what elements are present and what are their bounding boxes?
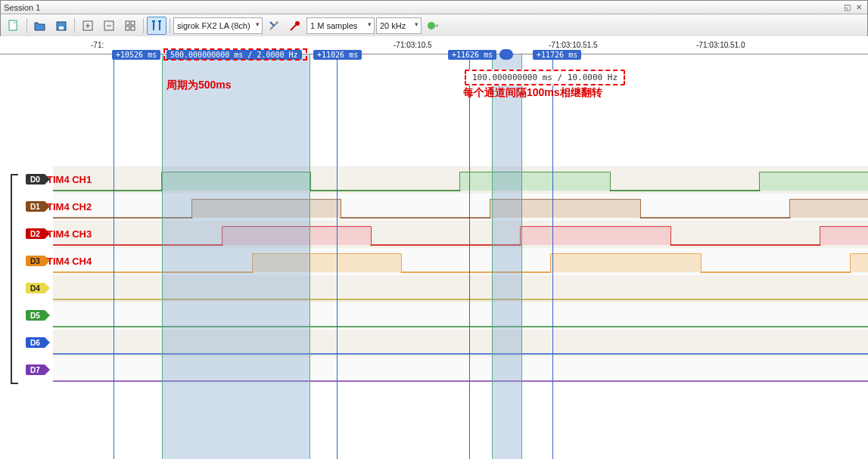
cursor-line[interactable]: [114, 54, 114, 459]
channel-tag-d5[interactable]: D5: [26, 310, 45, 321]
svg-point-10: [295, 21, 300, 26]
channel-overlay-name: TIM4 CH1: [47, 174, 92, 185]
channel-overlay-name: TIM4 CH2: [47, 201, 92, 212]
waveform-area[interactable]: D0 D1 D2 D3 D4 D5 D6 D7 TIM4 CH1 TIM4 CH…: [0, 54, 868, 459]
new-file-icon[interactable]: [4, 17, 23, 35]
run-icon[interactable]: [423, 17, 443, 35]
close-icon[interactable]: ✕: [854, 3, 864, 12]
channel-tag-d6[interactable]: D6: [26, 337, 45, 348]
svg-rect-6: [131, 21, 135, 25]
zoom-fit-icon[interactable]: [120, 17, 140, 35]
svg-rect-8: [131, 26, 135, 30]
channel-tag-d1[interactable]: D1: [26, 201, 45, 212]
selection-band-2[interactable]: [492, 54, 522, 459]
svg-rect-5: [126, 21, 129, 25]
channel-tag-d4[interactable]: D4: [26, 283, 45, 293]
delta-highlight-1: [163, 48, 307, 60]
channel-tag-d3[interactable]: D3: [26, 256, 45, 266]
ruler-label: -71:03:10.51.0: [696, 41, 745, 49]
svg-rect-2: [59, 26, 64, 29]
annotation-text-1: 周期为500ms: [166, 79, 232, 92]
open-file-icon[interactable]: [30, 17, 50, 35]
samples-select[interactable]: 1 M samples: [306, 17, 375, 34]
channel-tag-d7[interactable]: D7: [26, 364, 45, 375]
cursor-tag[interactable]: +11726 ms: [533, 50, 581, 60]
device-select[interactable]: sigrok FX2 LA (8ch): [173, 17, 263, 34]
save-file-icon[interactable]: [51, 17, 71, 35]
svg-rect-7: [126, 26, 129, 30]
cursor-line[interactable]: [337, 54, 338, 459]
cursors-icon[interactable]: [147, 17, 166, 35]
ruler-label: -71:03:10.51.5: [549, 41, 598, 49]
svg-point-9: [275, 21, 278, 24]
channel-overlay-name: TIM4 CH4: [47, 256, 92, 267]
annotation-text-2: 每个通道间隔100ms相继翻转: [463, 86, 602, 100]
rate-select[interactable]: 20 kHz: [376, 17, 422, 34]
selection-band-1[interactable]: [162, 54, 310, 459]
svg-point-11: [428, 22, 435, 29]
cursor-line[interactable]: [552, 54, 553, 459]
settings-icon[interactable]: [264, 17, 284, 35]
main-view: -71: -71:03:10.5 -71:03:10.51.5 -71:03:1…: [0, 36, 868, 459]
svg-rect-0: [9, 20, 17, 30]
cursor-tag[interactable]: +11626 ms: [448, 50, 496, 60]
toolbar: sigrok FX2 LA (8ch) 1 M samples 20 kHz: [1, 14, 867, 37]
dock-icon[interactable]: ◱: [842, 3, 852, 12]
title-bar: Session 1 ◱ ✕: [1, 1, 867, 14]
channel-overlay-name: TIM4 CH3: [47, 228, 92, 240]
ruler-label: -71:: [91, 41, 104, 49]
zoom-in-icon[interactable]: [78, 17, 98, 35]
probe-icon[interactable]: [285, 17, 305, 35]
marker-dot-icon[interactable]: [499, 49, 513, 60]
window-title: Session 1: [4, 3, 40, 12]
cursor-tag[interactable]: +11026 ms: [313, 50, 362, 60]
channel-tag-d2[interactable]: D2: [26, 228, 45, 239]
delta-box-2: 100.000000000 ms / 10.0000 Hz: [465, 70, 625, 85]
channel-tag-d0[interactable]: D0: [26, 174, 45, 185]
cursor-tag[interactable]: +10526 ms: [112, 50, 160, 60]
zoom-out-icon[interactable]: [99, 17, 119, 35]
ruler-label: -71:03:10.5: [394, 41, 432, 49]
cursor-line[interactable]: [469, 54, 470, 459]
